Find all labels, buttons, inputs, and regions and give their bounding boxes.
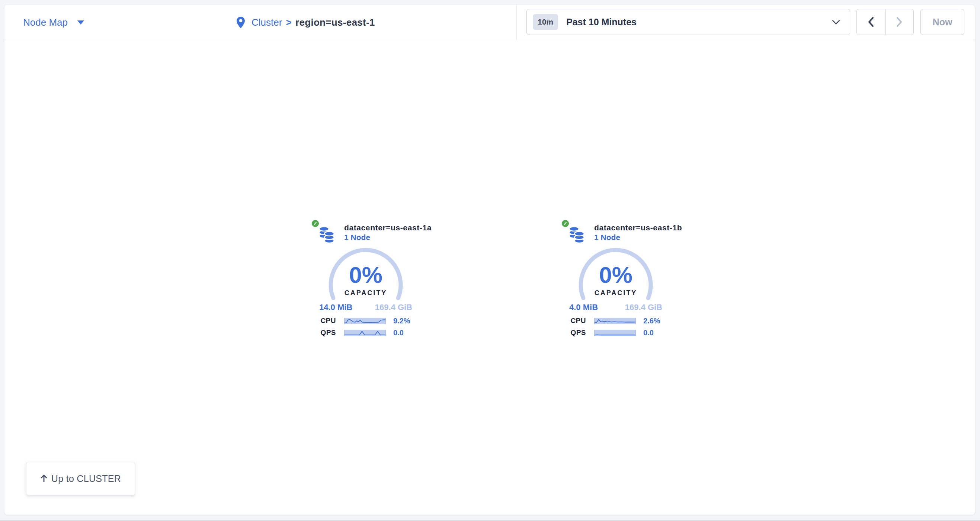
chevron-down-icon xyxy=(832,20,840,25)
metric-value: 9.2% xyxy=(393,317,419,325)
chevron-right-icon xyxy=(896,17,902,27)
capacity-total: 169.4 GiB xyxy=(375,303,412,312)
cpu-sparkline xyxy=(594,318,636,324)
metric-value: 2.6% xyxy=(643,317,669,325)
node-map-canvas: Up to CLUSTER ✓ datacenter=us-east-1a 1 … xyxy=(5,40,975,515)
time-window-selector[interactable]: 10m Past 10 Minutes xyxy=(527,9,850,35)
check-glyph: ✓ xyxy=(313,221,317,226)
datacenter-icon xyxy=(568,226,585,245)
locality-card[interactable]: ✓ datacenter=us-east-1b 1 Node 0% CAPACI… xyxy=(560,220,671,343)
view-selector-label: Node Map xyxy=(23,17,68,28)
metric-row: QPS 0.0 xyxy=(560,328,671,338)
healthy-check-icon: ✓ xyxy=(312,220,319,227)
check-glyph: ✓ xyxy=(563,221,567,226)
locality-titles: datacenter=us-east-1b 1 Node xyxy=(594,223,682,242)
qps-sparkline xyxy=(344,330,386,336)
capacity-percent: 0% xyxy=(310,263,422,287)
locality-node-count: 1 Node xyxy=(594,233,682,242)
locality-title: datacenter=us-east-1a xyxy=(344,223,431,233)
qps-sparkline xyxy=(594,330,636,336)
metric-value: 0.0 xyxy=(393,328,419,337)
view-selector-dropdown[interactable]: Node Map xyxy=(23,5,84,40)
capacity-label: CAPACITY xyxy=(310,289,422,297)
breadcrumb-separator: > xyxy=(286,17,292,28)
breadcrumb-cluster-link[interactable]: Cluster xyxy=(251,17,282,28)
metric-value: 0.0 xyxy=(643,328,669,337)
arrow-up-icon xyxy=(40,474,48,483)
locality-node-count: 1 Node xyxy=(344,233,431,242)
metric-row: QPS 0.0 xyxy=(310,328,422,338)
metric-row: CPU 2.6% xyxy=(560,316,671,326)
now-button[interactable]: Now xyxy=(921,9,964,35)
chevron-left-icon xyxy=(868,17,874,27)
capacity-label: CAPACITY xyxy=(560,289,671,297)
prev-window-button[interactable] xyxy=(857,9,885,35)
location-pin-icon xyxy=(237,17,245,28)
cpu-sparkline xyxy=(344,318,386,324)
capacity-used: 4.0 MiB xyxy=(569,303,598,312)
metric-label: QPS xyxy=(562,328,586,337)
topbar-divider xyxy=(516,5,517,40)
next-window-button[interactable] xyxy=(885,9,914,35)
node-map-page: Node Map Cluster > region=us-east-1 10m … xyxy=(0,0,980,521)
metric-label: CPU xyxy=(562,317,586,325)
healthy-check-icon: ✓ xyxy=(562,220,569,227)
time-window-label: Past 10 Minutes xyxy=(566,17,636,27)
capacity-used: 14.0 MiB xyxy=(319,303,352,312)
locality-card[interactable]: ✓ datacenter=us-east-1a 1 Node 0% CAPACI… xyxy=(310,220,422,343)
capacity-percent: 0% xyxy=(560,263,671,287)
app-card: Node Map Cluster > region=us-east-1 10m … xyxy=(5,5,975,515)
breadcrumb: Cluster > region=us-east-1 xyxy=(237,5,375,40)
metric-row: CPU 9.2% xyxy=(310,316,422,326)
time-window-badge: 10m xyxy=(533,14,558,30)
capacity-values-row: 4.0 MiB 169.4 GiB xyxy=(569,303,662,312)
metric-label: CPU xyxy=(312,317,336,325)
locality-titles: datacenter=us-east-1a 1 Node xyxy=(344,223,431,242)
caret-down-icon xyxy=(77,21,84,25)
locality-title: datacenter=us-east-1b xyxy=(594,223,682,233)
up-to-cluster-label: Up to CLUSTER xyxy=(51,473,121,484)
time-window-nav xyxy=(856,9,914,35)
datacenter-icon xyxy=(318,226,335,245)
metric-label: QPS xyxy=(312,328,336,337)
up-to-cluster-button[interactable]: Up to CLUSTER xyxy=(26,462,135,496)
capacity-total: 169.4 GiB xyxy=(625,303,662,312)
capacity-values-row: 14.0 MiB 169.4 GiB xyxy=(319,303,412,312)
top-bar: Node Map Cluster > region=us-east-1 10m … xyxy=(5,5,975,40)
breadcrumb-current-locality: region=us-east-1 xyxy=(296,17,375,28)
